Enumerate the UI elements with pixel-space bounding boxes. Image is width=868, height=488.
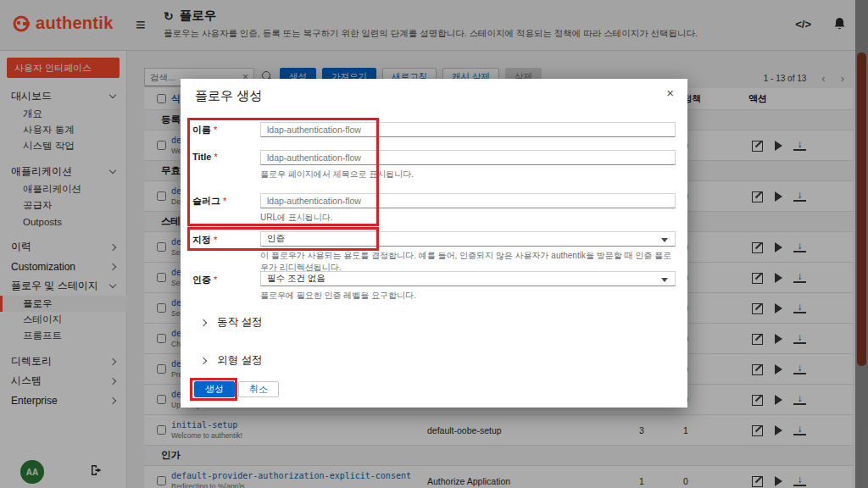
authentication-select[interactable]: 필수 조건 없음	[260, 271, 676, 286]
name-input[interactable]	[260, 122, 676, 137]
close-icon[interactable]: ×	[666, 86, 674, 100]
section-appearance-settings[interactable]: 외형 설정	[201, 353, 262, 368]
section-label: 동작 설정	[217, 315, 262, 330]
field-authentication: 인증* 필수 조건 없음 플로우에 필요한 인증 레벨을 요구합니다.	[192, 271, 676, 302]
field-title: Title* 플로우 페이지에서 제목으로 표시됩니다.	[192, 149, 676, 180]
field-name: 이름*	[192, 121, 676, 137]
authentik-admin-screen: authentik ≡ ↻ 플로우 플로우는 사용자를 인증, 등록 또는 복구…	[0, 0, 868, 488]
required-asterisk: *	[214, 125, 217, 135]
modal-create-button[interactable]: 생성	[194, 381, 235, 397]
field-helper: 플로우 페이지에서 제목으로 표시됩니다.	[260, 169, 676, 180]
chevron-right-icon	[200, 319, 207, 325]
required-asterisk: *	[214, 152, 217, 162]
field-helper: 플로우에 필요한 인증 레벨을 요구합니다.	[260, 290, 676, 302]
caret-down-icon	[661, 278, 668, 282]
required-asterisk: *	[223, 196, 226, 206]
modal-cancel-button[interactable]: 취소	[238, 381, 279, 397]
field-label: Title	[192, 152, 211, 162]
title-input[interactable]	[260, 150, 676, 165]
section-label: 외형 설정	[217, 353, 262, 368]
field-label: 슬러그	[192, 196, 220, 206]
selected-value: 필수 조건 없음	[267, 273, 326, 285]
field-designation: 지정* 인증 이 플로우가 사용되는 용도를 결정합니다. 예를 들어, 인증되…	[192, 231, 676, 274]
required-asterisk: *	[214, 274, 217, 285]
field-slug: 슬러그* URL에 표시됩니다.	[192, 192, 676, 224]
chevron-right-icon	[200, 357, 207, 363]
modal-title: 플로우 생성	[195, 88, 262, 104]
slug-input[interactable]	[260, 193, 676, 208]
field-helper: URL에 표시됩니다.	[260, 212, 676, 224]
required-asterisk: *	[214, 235, 217, 245]
field-helper: 이 플로우가 사용되는 용도를 결정합니다. 예를 들어, 인증되지 않은 사용…	[260, 250, 676, 274]
create-flow-modal: 플로우 생성 × 이름* Title* 플로우 페이지에서 제목으로 표시됩니다…	[181, 79, 687, 408]
section-behavior-settings[interactable]: 동작 설정	[201, 315, 262, 330]
field-label: 지정	[192, 235, 211, 245]
designation-select[interactable]: 인증	[260, 231, 676, 247]
caret-down-icon	[661, 238, 668, 242]
field-label: 이름	[192, 125, 211, 135]
field-label: 인증	[192, 274, 211, 285]
selected-value: 인증	[267, 233, 285, 245]
